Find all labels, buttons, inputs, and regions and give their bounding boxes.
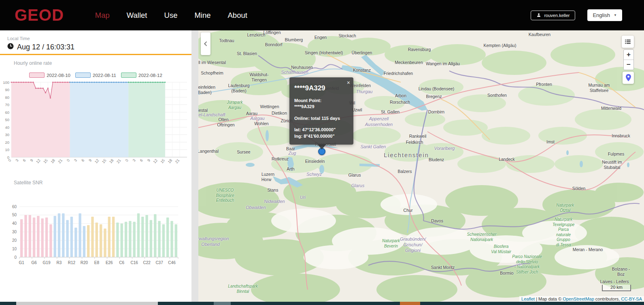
svg-text:21: 21 [116, 158, 122, 164]
svg-text:15: 15 [43, 158, 49, 164]
svg-text:G1: G1 [19, 260, 24, 265]
top-nav-bar: GEOD Map Wallet Use Mine About rouven.ke… [0, 0, 644, 30]
local-time-value-row: Aug 12 / 16:03:31 [7, 43, 74, 51]
svg-text:50: 50 [12, 213, 17, 217]
map-attribution: Leaflet | Map data © OpenStreetMap contr… [519, 296, 644, 302]
nav-item-about[interactable]: About [227, 9, 248, 21]
svg-text:0: 0 [14, 255, 17, 260]
svg-text:10: 10 [12, 247, 17, 251]
popup-online-days: Online: total 115 days [294, 115, 349, 122]
local-time-text: Aug 12 / 16:03:31 [17, 43, 74, 51]
nav-item-mine[interactable]: Mine [193, 9, 211, 21]
popup-mount-point-label: Mount Point: [294, 98, 349, 104]
svg-text:C22: C22 [143, 260, 151, 265]
logo[interactable]: GEOD [15, 6, 64, 24]
popup-lat: lat: 47°12'36.00000" [294, 127, 349, 133]
attribution-text: | Map data © [535, 296, 563, 301]
hourly-chart-title: Hourly online rate [14, 60, 52, 66]
svg-text:3: 3 [132, 158, 136, 162]
svg-text:15: 15 [159, 158, 166, 164]
leaflet-link[interactable]: Leaflet [521, 296, 535, 301]
location-pin-icon [625, 74, 632, 82]
zoom-control: + − [623, 49, 634, 70]
svg-text:G6: G6 [31, 260, 37, 265]
license-link[interactable]: CC-BY-SA [621, 296, 642, 301]
language-selector[interactable]: English ▼ [587, 9, 622, 21]
svg-text:10: 10 [5, 147, 9, 152]
horizontal-scrollbar[interactable] [0, 302, 644, 305]
svg-text:9: 9 [146, 158, 151, 162]
zoom-in-button[interactable]: + [624, 50, 633, 60]
svg-text:50: 50 [5, 117, 9, 122]
user-button[interactable]: rouven.keller [531, 11, 575, 20]
svg-text:6: 6 [81, 158, 85, 162]
svg-text:18: 18 [50, 158, 56, 164]
svg-text:E8: E8 [94, 260, 100, 265]
map-tiles [198, 30, 644, 305]
svg-text:12: 12 [94, 158, 100, 164]
legend-label: 2022-08-11 [93, 73, 116, 78]
nav-item-wallet[interactable]: Wallet [126, 9, 148, 21]
svg-text:3: 3 [73, 158, 78, 162]
svg-text:40: 40 [5, 125, 9, 130]
close-icon[interactable]: × [347, 79, 350, 86]
svg-text:40: 40 [12, 221, 17, 226]
popup-tail [317, 144, 326, 149]
chevron-down-icon: ▼ [614, 13, 617, 17]
svg-text:90: 90 [5, 87, 9, 92]
svg-text:21: 21 [57, 158, 63, 164]
hourly-online-rate-chart: 0102030405060708090100036912151821036912… [0, 77, 191, 175]
language-label: English [593, 12, 610, 18]
clock-icon [7, 43, 14, 51]
svg-text:18: 18 [167, 158, 173, 164]
scrollbar-segment[interactable] [214, 302, 231, 305]
svg-text:60: 60 [5, 110, 9, 115]
scrollbar-segment[interactable] [16, 302, 158, 305]
svg-text:3: 3 [15, 158, 19, 162]
svg-text:9: 9 [29, 158, 34, 162]
svg-text:R3: R3 [57, 260, 62, 265]
sidebar-collapse-button[interactable] [201, 32, 210, 55]
svg-text:C6: C6 [119, 260, 124, 265]
map-canvas[interactable]: LöffingenLenzkirchTodtnauBonndorfBlumber… [198, 30, 644, 305]
svg-text:30: 30 [12, 230, 17, 234]
svg-text:80: 80 [5, 95, 9, 100]
local-time-label: Local Time [7, 36, 30, 41]
svg-text:C16: C16 [131, 260, 138, 265]
popup-mount-point-value: ****9A329 [294, 104, 349, 110]
legend-label: 2022-08-12 [138, 73, 162, 78]
svg-text:70: 70 [5, 102, 9, 107]
svg-text:0: 0 [66, 158, 70, 162]
svg-text:100: 100 [3, 80, 9, 85]
vertical-scrollbar[interactable] [191, 30, 198, 305]
nav-item-use[interactable]: Use [164, 9, 179, 21]
attribution-text: contributors, [594, 296, 621, 301]
snr-chart-title: Satellite SNR [14, 180, 43, 186]
popup-title: ****9A329 [294, 84, 349, 92]
svg-text:60: 60 [12, 205, 17, 209]
satellite-snr-chart: 0102030405060G1G6G19R3R12R20E8E26C6C16C2… [0, 203, 191, 273]
svg-text:12: 12 [35, 158, 41, 164]
zoom-out-button[interactable]: − [624, 60, 633, 70]
local-time-card: Local Time Aug 12 / 16:03:31 [0, 30, 191, 55]
scrollbar-segment[interactable] [400, 302, 420, 305]
user-name: rouven.keller [544, 13, 570, 18]
svg-text:30: 30 [5, 132, 9, 137]
popup-lng: lng: 8°41'60.00000" [294, 133, 349, 139]
sidebar: Local Time Aug 12 / 16:03:31 Hourly onli… [0, 30, 191, 305]
svg-text:0: 0 [7, 158, 12, 162]
svg-text:15: 15 [101, 158, 107, 164]
svg-text:R12: R12 [68, 260, 76, 265]
station-popup: × ****9A329 Mount Point: ****9A329 Onlin… [289, 77, 353, 145]
svg-text:R20: R20 [81, 260, 88, 265]
svg-text:C46: C46 [168, 260, 176, 265]
svg-text:9: 9 [88, 158, 93, 162]
user-icon [536, 13, 541, 18]
header-right: rouven.keller English ▼ [531, 9, 622, 21]
locate-pin-button[interactable] [623, 72, 634, 84]
nav-item-map[interactable]: Map [94, 9, 111, 21]
osm-link[interactable]: OpenStreetMap [563, 296, 594, 301]
layers-icon[interactable] [622, 36, 634, 48]
svg-text:G19: G19 [43, 260, 51, 265]
svg-text:12: 12 [152, 158, 158, 164]
